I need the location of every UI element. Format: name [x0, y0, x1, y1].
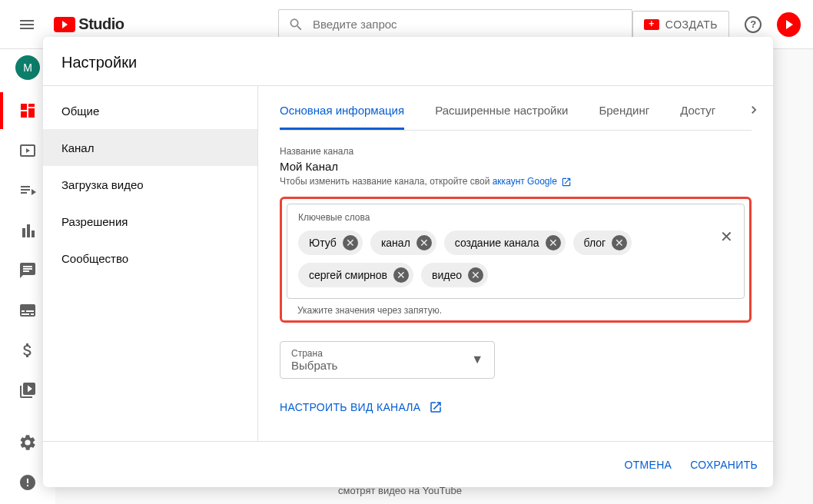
- rail-monetization[interactable]: [9, 332, 46, 369]
- search-box[interactable]: [278, 9, 632, 40]
- logo-text: Studio: [78, 15, 124, 33]
- tab-access[interactable]: Достуг: [680, 92, 715, 130]
- channel-name-helper: Чтобы изменить название канала, откройте…: [280, 176, 752, 187]
- chip-remove[interactable]: ✕: [546, 235, 561, 250]
- modal-title: Настройки: [61, 54, 755, 71]
- account-button[interactable]: [777, 12, 801, 37]
- library-icon: [18, 381, 37, 400]
- sidebar-item-channel[interactable]: Канал: [43, 129, 257, 166]
- chip-remove[interactable]: ✕: [612, 235, 627, 250]
- create-button[interactable]: СОЗДАТЬ: [632, 11, 729, 38]
- search-icon: [288, 16, 304, 33]
- youtube-icon: [54, 17, 75, 32]
- feedback-icon: [18, 473, 37, 492]
- hamburger-icon: [18, 15, 36, 34]
- tab-branding[interactable]: Брендинг: [599, 92, 649, 130]
- keyword-chip: канал✕: [370, 230, 436, 255]
- create-icon: [644, 19, 659, 30]
- keywords-label: Ключевые слова: [298, 212, 733, 223]
- rail-playlists[interactable]: [9, 172, 46, 209]
- channel-avatar[interactable]: M: [15, 55, 40, 80]
- search-input[interactable]: [313, 18, 622, 31]
- content-icon: [18, 141, 37, 160]
- rail-comments[interactable]: [9, 252, 46, 289]
- studio-logo[interactable]: Studio: [54, 15, 124, 33]
- modal-footer: ОТМЕНА СОХРАНИТЬ: [43, 441, 773, 487]
- channel-name-value: Мой Канал: [280, 160, 752, 173]
- chip-remove[interactable]: ✕: [416, 235, 432, 250]
- settings-modal: Настройки Общие Канал Загрузка видео Раз…: [43, 37, 773, 487]
- cancel-button[interactable]: ОТМЕНА: [625, 459, 672, 471]
- analytics-icon: [18, 221, 37, 240]
- modal-content: Основная информация Расширенные настройк…: [258, 86, 773, 441]
- tab-advanced[interactable]: Расширенные настройки: [435, 92, 568, 130]
- subtitles-icon: [18, 301, 37, 320]
- rail-settings[interactable]: [9, 424, 46, 461]
- keyword-chip: Ютуб✕: [298, 230, 363, 255]
- chip-remove[interactable]: ✕: [393, 267, 409, 283]
- customize-channel-link[interactable]: НАСТРОИТЬ ВИД КАНАЛА: [280, 400, 752, 414]
- keyword-chip: сергей смирнов✕: [298, 263, 413, 287]
- sidebar-item-upload[interactable]: Загрузка видео: [43, 166, 257, 203]
- gear-icon: [18, 433, 37, 452]
- channel-name-label: Название канала: [280, 146, 752, 157]
- chevron-right-icon: [746, 102, 762, 118]
- keywords-helper: Укажите значения через запятую.: [287, 305, 745, 316]
- modal-body: Общие Канал Загрузка видео Разрешения Со…: [43, 86, 773, 441]
- keywords-highlight: Ключевые слова Ютуб✕ канал✕ создание кан…: [280, 197, 752, 323]
- rail-subtitles[interactable]: [9, 292, 46, 329]
- channel-name-section: Название канала Мой Канал Чтобы изменить…: [280, 146, 752, 187]
- sidebar-item-permissions[interactable]: Разрешения: [43, 203, 257, 240]
- country-value: Выбрать: [291, 359, 483, 372]
- tabs-scroll-right[interactable]: [746, 102, 762, 121]
- chip-remove[interactable]: ✕: [343, 235, 358, 250]
- country-select[interactable]: Страна Выбрать ▼: [280, 341, 495, 379]
- rail-content[interactable]: [9, 132, 46, 169]
- dollar-icon: [18, 341, 37, 360]
- google-account-link[interactable]: аккаунт Google: [493, 176, 557, 187]
- create-label: СОЗДАТЬ: [665, 18, 718, 31]
- help-icon: ?: [745, 16, 762, 33]
- rail-analytics[interactable]: [9, 212, 46, 249]
- keyword-chips: Ютуб✕ канал✕ создание канала✕ блог✕ серг…: [298, 230, 733, 287]
- comments-icon: [18, 261, 37, 280]
- sidebar-item-general[interactable]: Общие: [43, 92, 257, 129]
- dashboard-icon: [18, 101, 37, 120]
- menu-button[interactable]: [12, 9, 41, 40]
- settings-sidebar: Общие Канал Загрузка видео Разрешения Со…: [43, 86, 258, 441]
- help-button[interactable]: ?: [738, 9, 768, 40]
- modal-header: Настройки: [43, 37, 773, 86]
- keywords-field[interactable]: Ключевые слова Ютуб✕ канал✕ создание кан…: [287, 204, 745, 299]
- open-in-new-icon: [561, 177, 572, 187]
- play-icon: [786, 20, 793, 29]
- keyword-chip: видео✕: [421, 263, 488, 287]
- rail-dashboard[interactable]: [9, 92, 46, 129]
- rail-library[interactable]: [9, 372, 46, 409]
- keyword-chip: создание канала✕: [444, 230, 566, 255]
- sidebar-item-community[interactable]: Сообщество: [43, 240, 257, 277]
- playlist-icon: [18, 181, 37, 200]
- rail-feedback[interactable]: [9, 464, 46, 501]
- save-button[interactable]: СОХРАНИТЬ: [690, 459, 758, 471]
- open-in-new-icon: [429, 400, 443, 414]
- clear-keywords-button[interactable]: ✕: [720, 227, 733, 246]
- chevron-down-icon: ▼: [471, 353, 483, 366]
- tab-basic-info[interactable]: Основная информация: [280, 92, 404, 130]
- settings-tabs: Основная информация Расширенные настройк…: [280, 86, 752, 131]
- keyword-chip: блог✕: [573, 230, 632, 255]
- chip-remove[interactable]: ✕: [468, 267, 483, 283]
- country-label: Страна: [291, 348, 483, 359]
